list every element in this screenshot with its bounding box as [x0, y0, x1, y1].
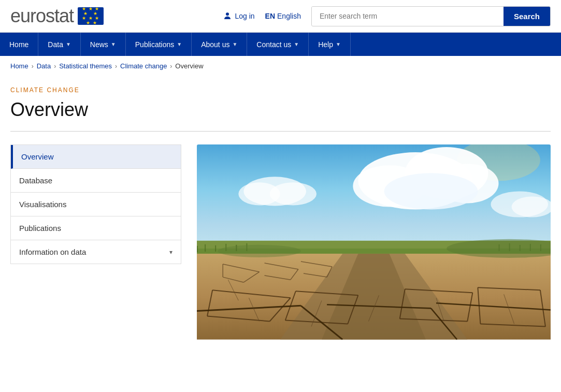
nav-label-contact: Contact us: [256, 40, 291, 49]
sidebar-label-visualisations: Visualisations: [19, 200, 66, 209]
language-selector[interactable]: EN English: [265, 12, 301, 20]
nav-label-about: About us: [201, 40, 229, 49]
header-right: Log in EN English Search: [223, 6, 551, 26]
sidebar-item-overview[interactable]: Overview: [11, 145, 181, 169]
svg-point-0: [226, 12, 229, 16]
sidebar-item-visualisations[interactable]: Visualisations: [11, 193, 181, 216]
nav-label-home: Home: [9, 40, 28, 49]
sidebar-label-database: Database: [19, 176, 52, 185]
sidebar-label-overview: Overview: [21, 152, 54, 161]
sidebar-item-publications[interactable]: Publications: [11, 216, 181, 240]
nav-label-news: News: [90, 40, 108, 49]
eu-stars: ★ ★ ★★ ★★ ★ ★ ★ ★: [82, 7, 99, 25]
chevron-down-icon: ▾: [169, 249, 172, 256]
chevron-down-icon: ▼: [232, 41, 237, 47]
nav-item-home[interactable]: Home: [0, 33, 38, 56]
svg-rect-56: [205, 244, 206, 252]
nav-item-news[interactable]: News ▼: [81, 33, 126, 56]
nav-item-data[interactable]: Data ▼: [38, 33, 80, 56]
nav-item-help[interactable]: Help ▼: [309, 33, 351, 56]
svg-point-7: [384, 173, 478, 209]
sidebar-item-information-on-data[interactable]: Information on data ▾: [11, 240, 181, 264]
search-input[interactable]: [312, 7, 504, 25]
lang-name: English: [277, 12, 301, 20]
breadcrumb-separator: ›: [54, 63, 56, 70]
chevron-down-icon: ▼: [294, 41, 299, 47]
breadcrumb-climate-change[interactable]: Climate change: [120, 62, 167, 70]
nav-item-publications[interactable]: Publications ▼: [126, 33, 192, 56]
login-label: Log in: [235, 12, 254, 20]
sidebar-label-publications: Publications: [19, 224, 61, 233]
chevron-down-icon: ▼: [66, 41, 71, 47]
sidebar-item-database[interactable]: Database: [11, 169, 181, 193]
chevron-down-icon: ▼: [111, 41, 116, 47]
svg-rect-57: [215, 245, 216, 252]
breadcrumb-home[interactable]: Home: [10, 62, 28, 70]
nav-label-help: Help: [318, 40, 333, 49]
breadcrumb-separator: ›: [170, 63, 172, 70]
login-link[interactable]: Log in: [223, 11, 254, 21]
nav-label-data: Data: [48, 40, 63, 49]
topic-label: CLIMATE CHANGE: [10, 86, 551, 94]
chevron-down-icon: ▼: [177, 41, 182, 47]
page-title: Overview: [10, 99, 551, 121]
svg-rect-55: [197, 246, 198, 252]
chevron-down-icon: ▼: [336, 41, 341, 47]
logo-area: eurostat ★ ★ ★★ ★★ ★ ★ ★ ★: [10, 5, 104, 27]
breadcrumb-separator: ›: [32, 63, 34, 70]
search-button[interactable]: Search: [504, 7, 550, 26]
lang-code: EN: [265, 12, 275, 20]
sidebar-navigation: Overview Database Visualisations Publica…: [10, 144, 181, 264]
eu-flag: ★ ★ ★★ ★★ ★ ★ ★ ★: [78, 7, 104, 25]
nav-label-publications: Publications: [135, 40, 175, 49]
main-navigation: Home Data ▼ News ▼ Publications ▼ About …: [0, 33, 561, 56]
nav-item-about[interactable]: About us ▼: [192, 33, 247, 56]
content-layout: Overview Database Visualisations Publica…: [10, 144, 551, 342]
breadcrumb: Home › Data › Statistical themes › Clima…: [0, 56, 561, 76]
main-content: CLIMATE CHANGE Overview Overview Databas…: [0, 76, 561, 362]
person-icon: [223, 11, 232, 21]
breadcrumb-statistical-themes[interactable]: Statistical themes: [59, 62, 112, 70]
breadcrumb-data[interactable]: Data: [37, 62, 51, 70]
hero-image: [197, 144, 551, 342]
site-header: eurostat ★ ★ ★★ ★★ ★ ★ ★ ★ Log in EN Eng…: [0, 0, 561, 33]
svg-point-10: [270, 182, 317, 205]
logo-text: eurostat: [10, 5, 74, 27]
search-bar: Search: [311, 6, 551, 26]
svg-point-67: [218, 245, 301, 257]
divider: [10, 131, 551, 132]
climate-change-image: [197, 144, 551, 340]
breadcrumb-current: Overview: [175, 62, 203, 70]
sidebar-label-information-on-data: Information on data: [19, 248, 86, 256]
breadcrumb-separator: ›: [115, 63, 117, 70]
nav-item-contact[interactable]: Contact us ▼: [247, 33, 309, 56]
